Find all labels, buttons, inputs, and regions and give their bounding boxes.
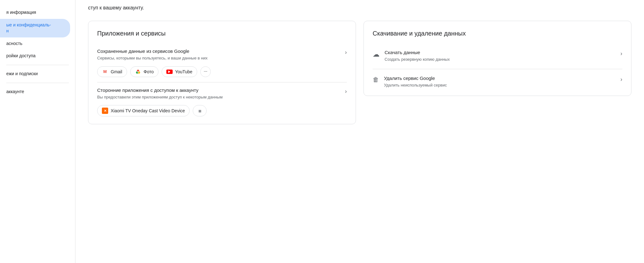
third-party-subtitle: Вы предоставили этим приложениям доступ …	[97, 94, 341, 100]
sidebar-item-access[interactable]: ройки доступа	[0, 50, 70, 62]
google-services-chevron: ›	[345, 49, 347, 56]
apps-services-card: Приложения и сервисы Сохраненные данные …	[88, 21, 356, 124]
more-chip[interactable]: ···	[200, 66, 211, 77]
sidebar-item-security[interactable]: асность	[0, 37, 70, 50]
photos-label: Фото	[144, 69, 154, 74]
youtube-chip[interactable]: YouTube	[162, 66, 197, 77]
download-section[interactable]: ☁ Скачать данные Создать резервную копию…	[373, 43, 622, 69]
third-party-section[interactable]: Сторонние приложения с доступом к аккаун…	[97, 82, 347, 117]
delete-chevron: ›	[620, 76, 622, 83]
xiaomi-label: Xiaomi TV Oneday Cast Video Device	[111, 108, 185, 113]
sidebar-item-subscriptions[interactable]: ежи и подписки	[0, 68, 70, 80]
xiaomi-chip[interactable]: ✕ Xiaomi TV Oneday Cast Video Device	[97, 105, 190, 116]
xiaomi-icon: ✕	[102, 108, 108, 114]
photos-icon	[135, 69, 141, 75]
google-services-section[interactable]: Сохраненные данные из сервисов Google Се…	[97, 43, 347, 82]
download-title: Скачать данные	[385, 50, 615, 55]
sidebar-item-personal-info[interactable]: я информация	[0, 6, 70, 19]
download-subtitle: Создать резервную копию данных	[385, 56, 615, 63]
download-delete-card: Скачивание и удаление данных ☁ Скачать д…	[364, 21, 631, 96]
third-party-chips: ✕ Xiaomi TV Oneday Cast Video Device ▦	[97, 105, 347, 116]
youtube-icon	[166, 70, 173, 74]
photos-chip[interactable]: Фото	[130, 66, 158, 77]
sidebar-divider	[6, 65, 69, 65]
top-text: ступ к вашему аккаунту.	[88, 0, 631, 11]
sidebar-item-privacy[interactable]: ые и конфиденциаль-н	[0, 19, 70, 37]
youtube-label: YouTube	[175, 69, 192, 74]
gmail-icon: M	[102, 69, 108, 75]
sidebar: я информация ые и конфиденциаль-н асност…	[0, 0, 75, 263]
apps-card-title: Приложения и сервисы	[97, 30, 347, 37]
third-party-title: Сторонние приложения с доступом к аккаун…	[97, 87, 341, 93]
sidebar-divider-2	[6, 83, 69, 83]
cloud-icon: ☁	[373, 50, 380, 59]
delete-subtitle: Удалить неиспользуемый сервис	[384, 82, 615, 88]
gmail-label: Gmail	[111, 69, 122, 74]
main-content: ступ к вашему аккаунту. Приложения и сер…	[75, 0, 644, 263]
download-chevron: ›	[620, 50, 622, 57]
google-services-subtitle: Сервисы, которыми вы пользуетесь, и ваши…	[97, 55, 341, 61]
service-chips: M Gmail Фото	[97, 66, 347, 77]
sidebar-item-account[interactable]: аккаунте	[0, 86, 70, 98]
second-third-party-chip[interactable]: ▦	[193, 105, 207, 116]
third-party-chevron: ›	[345, 88, 347, 95]
google-services-title: Сохраненные данные из сервисов Google	[97, 48, 341, 54]
delete-title: Удалить сервис Google	[384, 76, 615, 81]
download-card-title: Скачивание и удаление данных	[373, 30, 622, 37]
trash-icon: 🗑	[373, 76, 379, 83]
delete-section[interactable]: 🗑 Удалить сервис Google Удалить неисполь…	[373, 69, 622, 88]
cards-row: Приложения и сервисы Сохраненные данные …	[88, 21, 631, 124]
svg-point-3	[137, 71, 139, 72]
gmail-chip[interactable]: M Gmail	[97, 66, 127, 77]
